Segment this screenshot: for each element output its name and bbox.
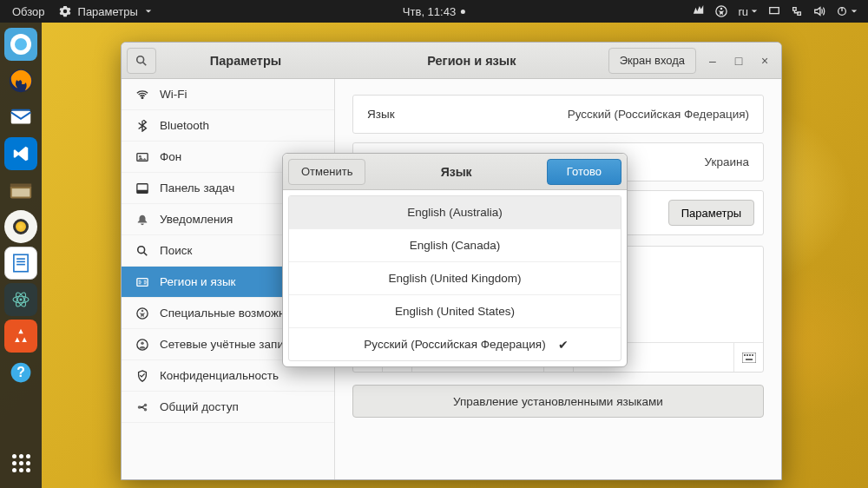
activities-button[interactable]: Обзор [7,5,50,18]
language-label: English (United Kingdom) [388,272,521,285]
language-option[interactable]: Русский (Российская Федерация)✔ [289,328,621,360]
language-label: Русский (Российская Федерация) [364,338,545,351]
svg-line-20 [143,62,147,65]
svg-rect-24 [137,189,148,193]
dock-files[interactable] [4,174,37,207]
network-icon[interactable] [693,5,705,17]
dock-icon [135,182,149,195]
chevron-down-icon [851,8,858,15]
svg-point-34 [144,407,148,411]
app-menu[interactable]: Параметры [54,5,157,18]
background-icon [135,151,149,163]
window-titlebar: Параметры Регион и язык Экран входа – □ … [122,43,781,79]
volume-icon[interactable] [813,5,825,17]
dock-vscode[interactable] [4,137,37,170]
bluetooth-icon [135,120,149,132]
sidebar-item-label: Bluetooth [160,119,209,132]
dock-chromium[interactable] [4,28,37,61]
dock-help[interactable]: ? [4,356,37,389]
sidebar-item-label: Общий доступ [160,400,239,413]
dialog-title: Язык [365,165,546,179]
search-icon [135,55,148,67]
language-label: English (United States) [395,305,515,318]
svg-rect-8 [12,188,30,196]
sidebar-item-label: Wi-Fi [160,88,187,101]
sidebar-item-label: Сетевые учётные записи [160,338,296,351]
login-screen-button[interactable]: Экран входа [608,48,696,74]
chevron-down-icon [145,8,152,15]
cancel-button[interactable]: Отменить [288,159,365,185]
accessibility-icon [135,307,149,320]
done-button[interactable]: Готово [547,159,621,185]
params-button[interactable]: Параметры [668,200,754,226]
language-option[interactable]: English (United Kingdom) [289,262,621,295]
accounts-icon [135,339,149,351]
language-label: English (Australia) [407,206,503,219]
sidebar-item-label: Поиск [160,244,192,257]
dock-software[interactable] [4,320,37,353]
language-option[interactable]: English (United States) [289,295,621,328]
sidebar-item-label: Уведомления [160,213,233,226]
svg-rect-2 [770,8,779,14]
dock-firefox[interactable] [4,64,37,97]
privacy-icon [135,370,149,382]
system-menu[interactable] [836,5,858,17]
svg-point-31 [141,341,144,345]
search-button[interactable] [127,48,156,74]
sidebar-item-label: Конфиденциальность [160,369,279,382]
svg-point-19 [137,56,144,63]
svg-point-16 [20,299,23,301]
top-bar: Обзор Параметры Чтв, 11:43 ru [0,0,868,23]
wifi-icon [135,89,149,101]
svg-rect-40 [746,359,753,360]
language-label: English (Canada) [410,239,500,252]
dialog-header: Отменить Язык Готово [283,154,627,190]
show-applications-button[interactable] [4,446,37,479]
language-option[interactable]: English (Canada) [289,229,621,262]
check-icon: ✔ [558,338,569,352]
sidebar-item-sharing[interactable]: Общий доступ [122,392,334,423]
clock[interactable]: Чтв, 11:43 [403,5,465,18]
dock-writer[interactable] [4,247,37,280]
svg-point-25 [138,246,145,253]
svg-point-1 [720,8,723,10]
row-value: Русский (Российская Федерация) [568,108,749,121]
svg-rect-37 [746,354,748,356]
manage-languages-button[interactable]: Управление установленными языками [352,385,764,418]
notifications-icon [135,214,149,226]
window-title-right: Регион и язык [335,54,608,68]
svg-rect-7 [10,184,31,188]
svg-text:?: ? [16,365,25,379]
dock-thunderbird[interactable] [4,101,37,134]
dock: ? [0,23,42,488]
svg-rect-39 [752,354,753,356]
keyboard-layout-button[interactable] [733,343,763,372]
language-option[interactable]: English (Australia) [289,196,621,229]
maximize-button[interactable]: □ [726,48,752,74]
svg-point-29 [141,309,144,312]
sidebar-item-label: Регион и язык [160,275,236,288]
gear-icon [59,5,71,17]
sharing-icon [135,401,149,413]
keyboard-layout-indicator[interactable]: ru [738,5,758,18]
dock-atom[interactable] [4,283,37,316]
search-icon [135,245,149,257]
close-button[interactable]: × [752,48,778,74]
minimize-button[interactable]: – [700,48,726,74]
screen-icon[interactable] [768,5,780,17]
sidebar-item-bluetooth[interactable]: Bluetooth [122,110,334,142]
dock-rhythmbox[interactable] [4,210,37,243]
power-icon [836,5,848,17]
svg-rect-38 [749,354,751,356]
wired-network-icon[interactable] [791,5,803,17]
svg-rect-36 [744,354,746,356]
sidebar-item-label: Фон [160,150,181,163]
row-label: Язык [367,108,395,121]
sidebar-item-wifi[interactable]: Wi-Fi [122,79,334,110]
accessibility-icon[interactable] [715,5,727,17]
language-row[interactable]: Язык Русский (Российская Федерация) [352,95,764,134]
svg-rect-9 [14,254,28,272]
chevron-down-icon [751,8,758,15]
svg-point-32 [138,406,141,409]
sidebar-item-label: Панель задач [160,181,234,195]
